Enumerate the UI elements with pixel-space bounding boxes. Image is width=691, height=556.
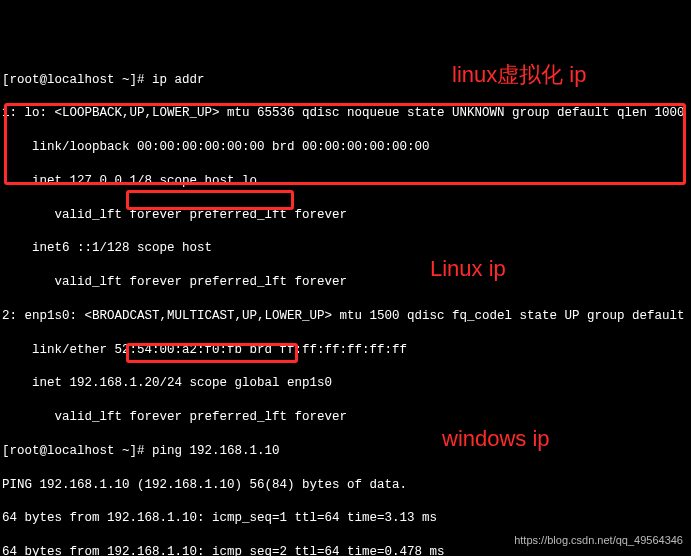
terminal-line: link/loopback 00:00:00:00:00:00 brd 00:0… [2,139,689,156]
terminal-line: inet 192.168.1.20/24 scope global enp1s0 [2,375,689,392]
annotation-linux-ip: Linux ip [430,254,506,284]
terminal-line: inet6 ::1/128 scope host [2,240,689,257]
terminal-line: valid_lft forever preferred_lft forever [2,207,689,224]
terminal-line: 64 bytes from 192.168.1.10: icmp_seq=1 t… [2,510,689,527]
terminal-line: 2: enp1s0: <BROADCAST,MULTICAST,UP,LOWER… [2,308,689,325]
annotation-linux-vm-ip: linux虚拟化 ip [452,60,586,90]
terminal-line: [root@localhost ~]# ping 192.168.1.10 [2,443,689,460]
terminal-line: 1: lo: <LOOPBACK,UP,LOWER_UP> mtu 65536 … [2,105,689,122]
terminal-line: PING 192.168.1.10 (192.168.1.10) 56(84) … [2,477,689,494]
terminal-line: inet 127.0.0.1/8 scope host lo [2,173,689,190]
terminal-line: valid_lft forever preferred_lft forever [2,409,689,426]
terminal-line: link/ether 52:54:00:a2:f0:fb brd ff:ff:f… [2,342,689,359]
watermark: https://blog.csdn.net/qq_49564346 [514,533,683,548]
annotation-windows-ip: windows ip [442,424,550,454]
terminal-line: valid_lft forever preferred_lft forever [2,274,689,291]
